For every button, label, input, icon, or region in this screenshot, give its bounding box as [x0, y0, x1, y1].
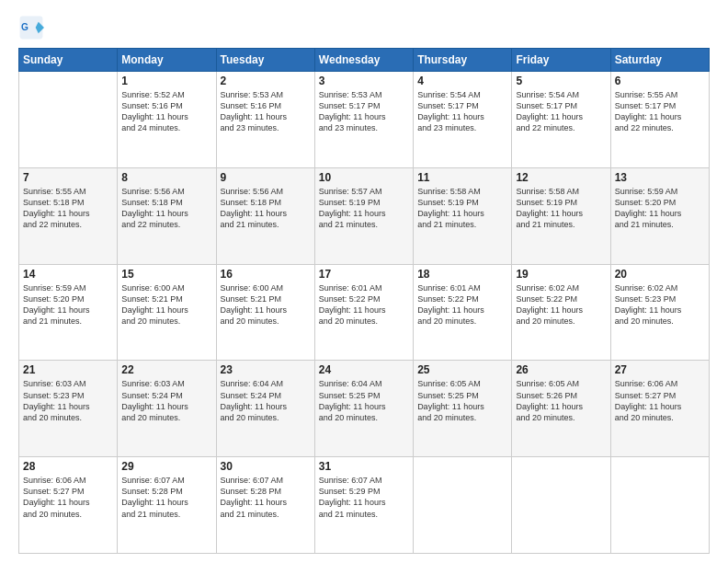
day-info: Sunrise: 6:06 AM Sunset: 5:27 PM Dayligh… [615, 378, 705, 423]
calendar-cell: 24Sunrise: 6:04 AM Sunset: 5:25 PM Dayli… [314, 361, 413, 457]
calendar-cell: 4Sunrise: 5:54 AM Sunset: 5:17 PM Daylig… [414, 72, 512, 168]
calendar-cell: 13Sunrise: 5:59 AM Sunset: 5:20 PM Dayli… [610, 167, 709, 264]
calendar-cell: 2Sunrise: 5:53 AM Sunset: 5:16 PM Daylig… [216, 72, 314, 168]
day-number: 5 [516, 75, 606, 87]
logo: G [18, 15, 48, 40]
day-header-thursday: Thursday [414, 49, 512, 72]
calendar-cell: 29Sunrise: 6:07 AM Sunset: 5:28 PM Dayli… [118, 457, 216, 554]
day-header-wednesday: Wednesday [314, 49, 413, 72]
day-header-sunday: Sunday [19, 49, 118, 72]
day-number: 22 [121, 363, 211, 376]
calendar-table: SundayMondayTuesdayWednesdayThursdayFrid… [18, 48, 710, 554]
day-info: Sunrise: 6:04 AM Sunset: 5:24 PM Dayligh… [221, 378, 311, 423]
day-info: Sunrise: 5:59 AM Sunset: 5:20 PM Dayligh… [23, 282, 113, 327]
day-number: 1 [121, 75, 211, 87]
day-info: Sunrise: 6:00 AM Sunset: 5:21 PM Dayligh… [221, 282, 311, 327]
day-number: 21 [23, 363, 113, 376]
day-number: 7 [23, 171, 113, 184]
calendar-cell: 25Sunrise: 6:05 AM Sunset: 5:25 PM Dayli… [414, 361, 512, 457]
day-info: Sunrise: 5:56 AM Sunset: 5:18 PM Dayligh… [121, 186, 211, 231]
day-number: 30 [221, 460, 311, 473]
calendar-cell: 11Sunrise: 5:58 AM Sunset: 5:19 PM Dayli… [414, 167, 512, 264]
calendar-cell: 1Sunrise: 5:52 AM Sunset: 5:16 PM Daylig… [118, 72, 216, 168]
day-number: 29 [121, 460, 211, 473]
day-number: 20 [615, 268, 705, 281]
day-info: Sunrise: 6:07 AM Sunset: 5:29 PM Dayligh… [319, 475, 409, 520]
day-number: 16 [221, 268, 311, 281]
calendar-cell: 9Sunrise: 5:56 AM Sunset: 5:18 PM Daylig… [216, 167, 314, 264]
day-number: 6 [615, 75, 705, 87]
day-info: Sunrise: 5:52 AM Sunset: 5:16 PM Dayligh… [121, 89, 211, 134]
day-info: Sunrise: 6:01 AM Sunset: 5:22 PM Dayligh… [319, 282, 409, 327]
calendar-cell: 12Sunrise: 5:58 AM Sunset: 5:19 PM Dayli… [512, 167, 610, 264]
day-info: Sunrise: 6:03 AM Sunset: 5:23 PM Dayligh… [23, 378, 113, 423]
day-info: Sunrise: 6:05 AM Sunset: 5:26 PM Dayligh… [516, 378, 606, 423]
week-row-1: 1Sunrise: 5:52 AM Sunset: 5:16 PM Daylig… [19, 72, 710, 168]
calendar-cell: 8Sunrise: 5:56 AM Sunset: 5:18 PM Daylig… [118, 167, 216, 264]
week-row-2: 7Sunrise: 5:55 AM Sunset: 5:18 PM Daylig… [19, 167, 710, 264]
day-info: Sunrise: 6:02 AM Sunset: 5:23 PM Dayligh… [615, 282, 705, 327]
day-info: Sunrise: 5:54 AM Sunset: 5:17 PM Dayligh… [417, 89, 507, 134]
calendar-cell: 14Sunrise: 5:59 AM Sunset: 5:20 PM Dayli… [19, 264, 118, 361]
day-number: 19 [516, 268, 606, 281]
calendar-cell: 17Sunrise: 6:01 AM Sunset: 5:22 PM Dayli… [314, 264, 413, 361]
calendar-cell [512, 457, 610, 554]
calendar-cell: 19Sunrise: 6:02 AM Sunset: 5:22 PM Dayli… [512, 264, 610, 361]
calendar-cell: 16Sunrise: 6:00 AM Sunset: 5:21 PM Dayli… [216, 264, 314, 361]
calendar-cell: 15Sunrise: 6:00 AM Sunset: 5:21 PM Dayli… [118, 264, 216, 361]
logo-icon: G [18, 15, 44, 40]
day-info: Sunrise: 5:57 AM Sunset: 5:19 PM Dayligh… [319, 186, 409, 231]
day-info: Sunrise: 5:53 AM Sunset: 5:16 PM Dayligh… [221, 89, 311, 134]
calendar-cell: 20Sunrise: 6:02 AM Sunset: 5:23 PM Dayli… [610, 264, 709, 361]
day-number: 24 [319, 363, 409, 376]
calendar-body: 1Sunrise: 5:52 AM Sunset: 5:16 PM Daylig… [19, 72, 710, 554]
page: G SundayMondayTuesdayWednesdayThursdayFr… [0, 0, 728, 563]
day-number: 8 [121, 171, 211, 184]
calendar-cell: 31Sunrise: 6:07 AM Sunset: 5:29 PM Dayli… [314, 457, 413, 554]
calendar-cell: 28Sunrise: 6:06 AM Sunset: 5:27 PM Dayli… [19, 457, 118, 554]
day-header-saturday: Saturday [610, 49, 709, 72]
calendar-cell: 6Sunrise: 5:55 AM Sunset: 5:17 PM Daylig… [610, 72, 709, 168]
week-row-5: 28Sunrise: 6:06 AM Sunset: 5:27 PM Dayli… [19, 457, 710, 554]
week-row-3: 14Sunrise: 5:59 AM Sunset: 5:20 PM Dayli… [19, 264, 710, 361]
day-info: Sunrise: 5:58 AM Sunset: 5:19 PM Dayligh… [417, 186, 507, 231]
day-number: 2 [221, 75, 311, 87]
calendar-cell: 26Sunrise: 6:05 AM Sunset: 5:26 PM Dayli… [512, 361, 610, 457]
day-number: 15 [121, 268, 211, 281]
calendar-cell [19, 72, 118, 168]
day-number: 28 [23, 460, 113, 473]
day-info: Sunrise: 5:54 AM Sunset: 5:17 PM Dayligh… [516, 89, 606, 134]
calendar-cell: 23Sunrise: 6:04 AM Sunset: 5:24 PM Dayli… [216, 361, 314, 457]
day-info: Sunrise: 6:06 AM Sunset: 5:27 PM Dayligh… [23, 475, 113, 520]
day-info: Sunrise: 6:02 AM Sunset: 5:22 PM Dayligh… [516, 282, 606, 327]
svg-text:G: G [21, 22, 28, 32]
calendar-cell: 22Sunrise: 6:03 AM Sunset: 5:24 PM Dayli… [118, 361, 216, 457]
day-info: Sunrise: 5:55 AM Sunset: 5:18 PM Dayligh… [23, 186, 113, 231]
day-header-monday: Monday [118, 49, 216, 72]
header: G [18, 15, 710, 40]
day-number: 9 [221, 171, 311, 184]
day-number: 26 [516, 363, 606, 376]
day-info: Sunrise: 5:56 AM Sunset: 5:18 PM Dayligh… [221, 186, 311, 231]
calendar-cell: 27Sunrise: 6:06 AM Sunset: 5:27 PM Dayli… [610, 361, 709, 457]
calendar-cell: 3Sunrise: 5:53 AM Sunset: 5:17 PM Daylig… [314, 72, 413, 168]
calendar-cell: 10Sunrise: 5:57 AM Sunset: 5:19 PM Dayli… [314, 167, 413, 264]
day-info: Sunrise: 5:58 AM Sunset: 5:19 PM Dayligh… [516, 186, 606, 231]
calendar-cell: 18Sunrise: 6:01 AM Sunset: 5:22 PM Dayli… [414, 264, 512, 361]
day-header-tuesday: Tuesday [216, 49, 314, 72]
week-row-4: 21Sunrise: 6:03 AM Sunset: 5:23 PM Dayli… [19, 361, 710, 457]
day-info: Sunrise: 6:07 AM Sunset: 5:28 PM Dayligh… [121, 475, 211, 520]
calendar-cell: 5Sunrise: 5:54 AM Sunset: 5:17 PM Daylig… [512, 72, 610, 168]
day-number: 13 [615, 171, 705, 184]
day-info: Sunrise: 6:03 AM Sunset: 5:24 PM Dayligh… [121, 378, 211, 423]
day-number: 11 [417, 171, 507, 184]
calendar-cell [414, 457, 512, 554]
day-info: Sunrise: 5:53 AM Sunset: 5:17 PM Dayligh… [319, 89, 409, 134]
calendar-cell [610, 457, 709, 554]
calendar-cell: 21Sunrise: 6:03 AM Sunset: 5:23 PM Dayli… [19, 361, 118, 457]
day-number: 25 [417, 363, 507, 376]
day-info: Sunrise: 6:01 AM Sunset: 5:22 PM Dayligh… [417, 282, 507, 327]
day-number: 12 [516, 171, 606, 184]
day-info: Sunrise: 5:55 AM Sunset: 5:17 PM Dayligh… [615, 89, 705, 134]
day-info: Sunrise: 6:05 AM Sunset: 5:25 PM Dayligh… [417, 378, 507, 423]
